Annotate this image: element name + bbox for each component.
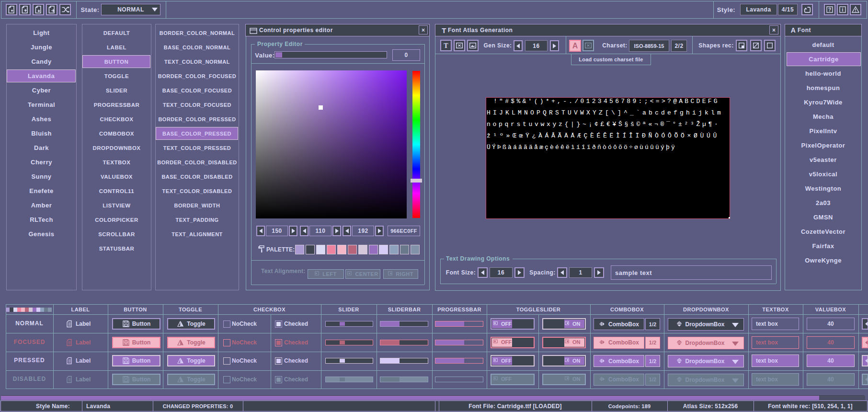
svg-text:?: ? xyxy=(828,7,831,12)
svg-text:i: i xyxy=(842,7,844,12)
svg-text:T: T xyxy=(444,42,448,49)
